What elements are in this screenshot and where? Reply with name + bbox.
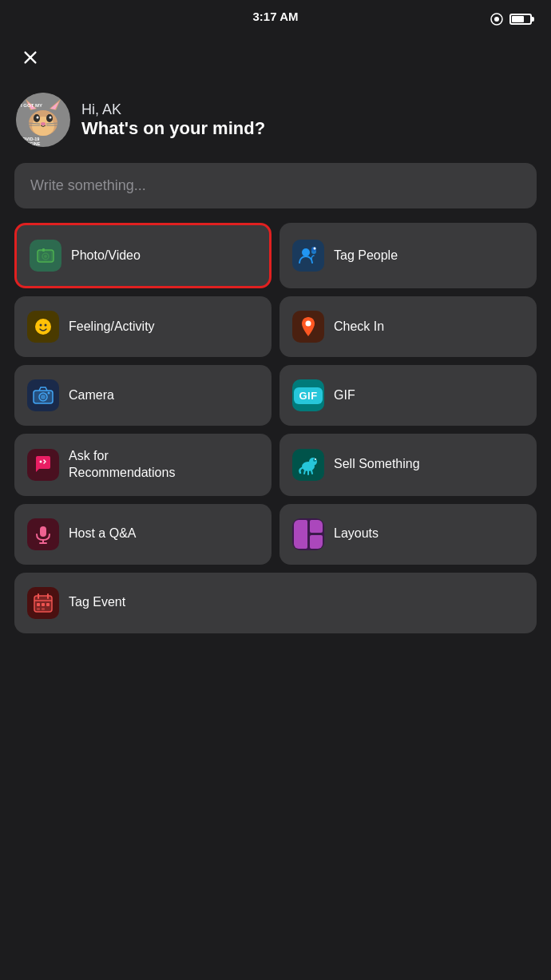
options-grid: Photo/Video Tag People Fe bbox=[0, 223, 551, 633]
svg-point-1 bbox=[494, 17, 499, 22]
layouts-label: Layouts bbox=[334, 526, 379, 542]
user-row: I GOT MY COVID-19 VACCINE Hi, AK What's … bbox=[0, 85, 551, 163]
photo-video-label: Photo/Video bbox=[71, 248, 141, 264]
event-icon bbox=[27, 587, 59, 619]
feeling-activity-label: Feeling/Activity bbox=[69, 319, 155, 335]
check-in-button[interactable]: Check In bbox=[279, 296, 537, 357]
user-greeting: Hi, AK bbox=[81, 101, 265, 118]
layout-grid bbox=[294, 520, 323, 549]
svg-point-46 bbox=[315, 458, 316, 460]
sell-icon bbox=[292, 449, 324, 481]
tag-people-button[interactable]: Tag People bbox=[279, 223, 537, 288]
svg-point-33 bbox=[35, 319, 51, 335]
gif-icon: GIF bbox=[292, 379, 324, 411]
user-text: Hi, AK What's on your mind? bbox=[81, 101, 265, 139]
svg-point-34 bbox=[40, 324, 42, 327]
svg-rect-27 bbox=[42, 248, 45, 252]
feeling-icon bbox=[27, 311, 59, 343]
svg-rect-60 bbox=[46, 603, 50, 606]
battery-icon bbox=[509, 14, 532, 25]
svg-rect-59 bbox=[42, 603, 45, 606]
gif-badge: GIF bbox=[294, 387, 322, 404]
svg-rect-50 bbox=[40, 526, 46, 537]
tag-people-icon bbox=[292, 240, 324, 272]
svg-point-35 bbox=[45, 324, 47, 327]
camera-icon bbox=[27, 379, 59, 411]
feeling-activity-button[interactable]: Feeling/Activity bbox=[14, 296, 272, 357]
svg-point-13 bbox=[37, 117, 39, 119]
gif-label: GIF bbox=[334, 387, 355, 404]
svg-point-29 bbox=[302, 248, 310, 256]
cat-avatar-svg: I GOT MY COVID-19 VACCINE bbox=[16, 93, 70, 147]
qa-icon bbox=[27, 518, 59, 550]
avatar: I GOT MY COVID-19 VACCINE bbox=[16, 93, 70, 147]
check-in-label: Check In bbox=[334, 319, 384, 335]
tag-event-button[interactable]: Tag Event bbox=[14, 573, 537, 633]
svg-text:VACCINE: VACCINE bbox=[21, 141, 41, 146]
camera-label: Camera bbox=[69, 387, 114, 404]
svg-point-14 bbox=[50, 117, 52, 119]
svg-point-40 bbox=[41, 395, 46, 399]
camera-button[interactable]: Camera bbox=[14, 365, 272, 426]
check-in-icon bbox=[292, 311, 324, 343]
host-qa-label: Host a Q&A bbox=[69, 526, 136, 542]
svg-rect-28 bbox=[40, 252, 51, 260]
user-question: What's on your mind? bbox=[81, 118, 265, 139]
svg-rect-58 bbox=[37, 603, 40, 606]
svg-rect-61 bbox=[37, 608, 40, 610]
svg-line-49 bbox=[311, 470, 312, 474]
layouts-button[interactable]: Layouts bbox=[279, 504, 537, 565]
write-input[interactable]: Write something... bbox=[14, 163, 537, 208]
svg-point-36 bbox=[306, 321, 311, 327]
sell-something-label: Sell Something bbox=[334, 456, 420, 473]
tag-people-label: Tag People bbox=[334, 248, 398, 264]
svg-rect-62 bbox=[42, 608, 45, 610]
photo-video-button[interactable]: Photo/Video bbox=[14, 223, 272, 288]
avatar-image: I GOT MY COVID-19 VACCINE bbox=[16, 93, 70, 147]
status-bar: 3:17 AM bbox=[0, 0, 551, 35]
tag-event-label: Tag Event bbox=[69, 594, 125, 611]
svg-point-15 bbox=[41, 122, 46, 125]
svg-point-42 bbox=[40, 460, 42, 462]
recommendations-icon bbox=[27, 449, 59, 481]
close-button[interactable] bbox=[16, 43, 45, 72]
header bbox=[0, 35, 551, 85]
photo-icon bbox=[30, 240, 61, 272]
location-service-icon bbox=[490, 13, 503, 26]
ask-recommendations-label: Ask for Recommendations bbox=[69, 448, 175, 482]
gif-button[interactable]: GIF GIF bbox=[279, 365, 537, 426]
host-qa-button[interactable]: Host a Q&A bbox=[14, 504, 272, 565]
ask-recommendations-button[interactable]: Ask for Recommendations bbox=[14, 434, 272, 496]
layouts-icon bbox=[292, 518, 324, 550]
status-time: 3:17 AM bbox=[253, 10, 299, 23]
battery-fill bbox=[512, 16, 524, 22]
svg-line-47 bbox=[304, 470, 305, 474]
sell-something-button[interactable]: Sell Something bbox=[279, 434, 537, 496]
status-right-icons bbox=[490, 13, 532, 26]
svg-point-41 bbox=[48, 392, 50, 395]
svg-text:I GOT MY: I GOT MY bbox=[21, 103, 42, 108]
svg-point-32 bbox=[314, 248, 316, 250]
